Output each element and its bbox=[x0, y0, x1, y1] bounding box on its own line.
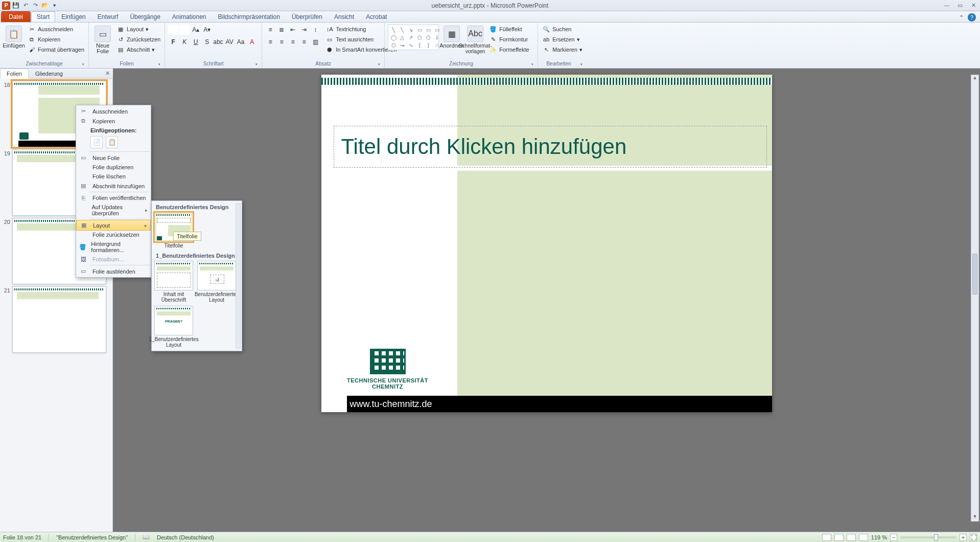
fit-button[interactable]: ⛶ bbox=[970, 534, 977, 541]
view-slideshow-button[interactable] bbox=[859, 534, 868, 541]
tab-insert[interactable]: Einfügen bbox=[56, 11, 91, 22]
shapes-gallery[interactable]: ╲╲↘▭▭▭ ◯△↗⬠⬡⇩ ⬡↝∿{}☆ bbox=[388, 25, 439, 50]
spellcheck-icon[interactable]: 📖 bbox=[143, 534, 150, 540]
bold-icon[interactable]: F bbox=[168, 37, 178, 47]
align-left-icon[interactable]: ≡ bbox=[265, 37, 275, 47]
zoom-in-button[interactable]: + bbox=[960, 534, 967, 541]
italic-icon[interactable]: K bbox=[179, 37, 190, 47]
layout-option-custom[interactable]: 📊 Benutzerdefiniertes Layout bbox=[197, 261, 237, 303]
outdent-icon[interactable]: ⇤ bbox=[288, 25, 298, 35]
shape-fill-button[interactable]: 🪣Fülleffekt bbox=[488, 25, 530, 34]
scroll-thumb[interactable] bbox=[972, 254, 977, 295]
quick-styles-button[interactable]: AbcSchnellformat-vorlagen bbox=[464, 25, 486, 55]
status-language[interactable]: Deutsch (Deutschland) bbox=[157, 534, 214, 540]
layout-option-inhalt[interactable]: Inhalt mit Überschrift bbox=[154, 261, 194, 303]
char-spacing-icon[interactable]: AV bbox=[224, 37, 235, 47]
vertical-scrollbar[interactable]: ▲ ▼ bbox=[971, 75, 979, 522]
ctx-hide[interactable]: ▭Folie ausblenden bbox=[76, 266, 151, 276]
paste-option-source[interactable]: 📋 bbox=[106, 136, 118, 148]
tab-slideshow[interactable]: Bildschirmpräsentation bbox=[213, 11, 286, 22]
tab-view[interactable]: Ansicht bbox=[329, 11, 360, 22]
pane-close-icon[interactable]: ✕ bbox=[102, 70, 113, 77]
layout-option-1custom[interactable]: FRAGEN? 1_Benutzerdefiniertes Layout bbox=[154, 306, 194, 348]
shrink-font-icon[interactable]: A▾ bbox=[202, 25, 212, 35]
save-icon[interactable]: 💾 bbox=[12, 2, 20, 10]
ctx-layout[interactable]: ▦Layout bbox=[76, 220, 151, 231]
format-painter-button[interactable]: 🖌Format übertragen bbox=[27, 45, 85, 54]
view-normal-button[interactable] bbox=[822, 534, 831, 541]
justify-icon[interactable]: ≡ bbox=[299, 37, 309, 47]
shape-outline-button[interactable]: ✎Formkontur bbox=[488, 35, 530, 44]
ctx-publish[interactable]: ⎘Folien veröffentlichen bbox=[76, 193, 151, 202]
redo-icon[interactable]: ↷ bbox=[31, 2, 39, 10]
tab-file[interactable]: Datei bbox=[1, 11, 31, 22]
status-zoom[interactable]: 119 % bbox=[871, 534, 887, 540]
new-slide-button[interactable]: ▭ Neue Folie bbox=[92, 25, 113, 55]
line-spacing-icon[interactable]: ↕ bbox=[310, 25, 320, 35]
ctx-cut[interactable]: ✂Ausschneiden bbox=[76, 106, 151, 116]
ctx-reset[interactable]: Folie zurücksetzen bbox=[76, 230, 151, 239]
grow-font-icon[interactable]: A▴ bbox=[191, 25, 201, 35]
paste-button[interactable]: 📋 Einfügen bbox=[3, 25, 25, 50]
tab-animations[interactable]: Animationen bbox=[167, 11, 212, 22]
tab-design[interactable]: Entwurf bbox=[92, 11, 124, 22]
ctx-new-slide[interactable]: ▭Neue Folie bbox=[76, 153, 151, 163]
zoom-thumb[interactable] bbox=[934, 534, 938, 540]
scroll-down-icon[interactable]: ▼ bbox=[971, 514, 978, 521]
columns-icon[interactable]: ▥ bbox=[310, 37, 320, 47]
cut-button[interactable]: ✂Ausschneiden bbox=[27, 25, 85, 34]
ctx-add-section[interactable]: ▤Abschnitt hinzufügen bbox=[76, 181, 151, 191]
bullets-icon[interactable]: ≡ bbox=[265, 25, 275, 35]
shadow-icon[interactable]: abc bbox=[213, 37, 223, 47]
layout-button[interactable]: ▦Layout ▾ bbox=[115, 25, 161, 34]
ctx-duplicate[interactable]: Folie duplizieren bbox=[76, 163, 151, 172]
copy-button[interactable]: ⧉Kopieren bbox=[27, 35, 85, 44]
minimize-button[interactable]: — bbox=[942, 2, 951, 9]
open-icon[interactable]: 📂 bbox=[41, 2, 49, 10]
help-icon[interactable]: ? bbox=[968, 13, 976, 21]
find-button[interactable]: 🔍Suchen bbox=[541, 25, 584, 34]
tab-review[interactable]: Überprüfen bbox=[286, 11, 328, 22]
undo-icon[interactable]: ↶ bbox=[21, 2, 30, 10]
paste-option-theme[interactable]: 📄 bbox=[90, 136, 103, 148]
align-center-icon[interactable]: ≡ bbox=[276, 37, 287, 47]
indent-icon[interactable]: ⇥ bbox=[299, 25, 309, 35]
scroll-up-icon[interactable]: ▲ bbox=[971, 75, 978, 82]
layout-option-titelfolie[interactable]: Titelfolie bbox=[154, 212, 194, 249]
zoom-slider[interactable] bbox=[900, 536, 956, 538]
ctx-format-bg[interactable]: 🪣Hintergrund formatieren... bbox=[76, 239, 151, 255]
align-right-icon[interactable]: ≡ bbox=[288, 37, 298, 47]
ctx-copy[interactable]: ⧉Kopieren bbox=[76, 116, 151, 126]
shape-effects-button[interactable]: ✨Formeffekte bbox=[488, 45, 530, 54]
ctx-delete[interactable]: Folie löschen bbox=[76, 172, 151, 181]
pane-tab-outline[interactable]: Gliederung bbox=[29, 69, 69, 79]
slide-canvas-area[interactable]: Titel durch Klicken hinzufügen TECHNISCH… bbox=[113, 69, 980, 532]
view-sorter-button[interactable] bbox=[834, 534, 844, 541]
underline-icon[interactable]: U bbox=[191, 37, 201, 47]
tab-start[interactable]: Start bbox=[31, 11, 55, 22]
font-size-select[interactable] bbox=[179, 25, 190, 35]
group-paragraph: ≡ ≣ ⇤ ⇥ ↕ ≡ ≡ ≡ ≡ ▥ ↕ATextrichtung ▭Text… bbox=[262, 22, 385, 68]
qat-more-icon[interactable]: ▾ bbox=[51, 2, 59, 10]
ribbon-minimize-icon[interactable]: ⌃ bbox=[958, 13, 965, 22]
font-family-select[interactable] bbox=[168, 25, 178, 35]
zoom-out-button[interactable]: − bbox=[890, 534, 897, 541]
replace-button[interactable]: abErsetzen ▾ bbox=[541, 35, 584, 44]
flyout-scrollbar[interactable] bbox=[236, 203, 241, 349]
select-button[interactable]: ↖Markieren ▾ bbox=[541, 45, 584, 54]
tab-acrobat[interactable]: Acrobat bbox=[360, 11, 392, 22]
change-case-icon[interactable]: Aa bbox=[236, 37, 246, 47]
slide-title-placeholder[interactable]: Titel durch Klicken hinzufügen bbox=[334, 126, 767, 168]
tab-transitions[interactable]: Übergänge bbox=[124, 11, 166, 22]
view-reading-button[interactable] bbox=[847, 534, 856, 541]
section-button[interactable]: ▤Abschnitt ▾ bbox=[115, 45, 161, 54]
restore-button[interactable]: ▭ bbox=[955, 2, 965, 9]
reset-button[interactable]: ↺Zurücksetzen bbox=[115, 35, 161, 44]
thumb-21[interactable]: 21 bbox=[2, 286, 108, 353]
pane-tab-slides[interactable]: Folien bbox=[0, 69, 29, 79]
ctx-check-updates[interactable]: Auf Updates überprüfen bbox=[76, 202, 151, 218]
font-color-icon[interactable]: A bbox=[247, 37, 257, 47]
close-button[interactable]: ✕ bbox=[969, 2, 978, 9]
numbering-icon[interactable]: ≣ bbox=[276, 25, 287, 35]
strike-icon[interactable]: S bbox=[202, 37, 212, 47]
